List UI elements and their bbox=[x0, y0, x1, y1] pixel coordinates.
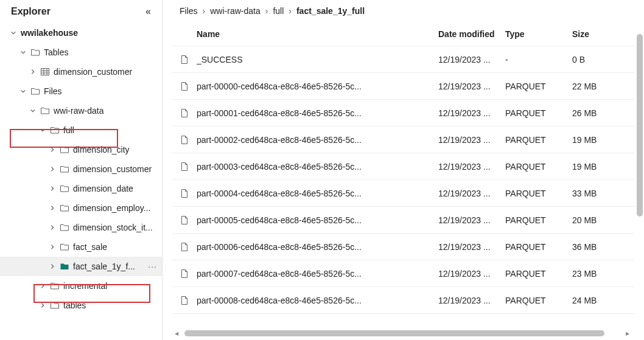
breadcrumb-item[interactable]: Files bbox=[180, 6, 198, 16]
table-row[interactable]: part-00001-ced648ca-e8c8-46e5-8526-5c...… bbox=[172, 100, 634, 127]
main-pane: Files › wwi-raw-data › full › fact_sale_… bbox=[163, 0, 644, 340]
file-date: 12/19/2023 ... bbox=[438, 108, 505, 118]
file-date: 12/19/2023 ... bbox=[438, 242, 505, 252]
tree-node-tables[interactable]: Tables bbox=[0, 43, 162, 62]
chevron-down-icon[interactable] bbox=[19, 88, 27, 95]
tree-node-dimension-employ[interactable]: dimension_employ... bbox=[0, 198, 162, 218]
folder-icon bbox=[30, 86, 40, 96]
chevron-right-icon[interactable] bbox=[49, 185, 56, 192]
file-table: Name Date modified Type Size _SUCCESS12/… bbox=[163, 22, 644, 340]
tree-label: full bbox=[63, 125, 162, 135]
chevron-down-icon[interactable] bbox=[39, 127, 46, 134]
tree-label: dimension_customer bbox=[73, 164, 162, 174]
chevron-right-icon[interactable] bbox=[49, 224, 56, 231]
column-header-size[interactable]: Size bbox=[572, 29, 627, 39]
breadcrumb: Files › wwi-raw-data › full › fact_sale_… bbox=[163, 0, 644, 22]
file-date: 12/19/2023 ... bbox=[438, 296, 505, 305]
column-header-type[interactable]: Type bbox=[505, 29, 572, 39]
table-row[interactable]: part-00000-ced648ca-e8c8-46e5-8526-5c...… bbox=[172, 73, 634, 100]
tree-label: dimension_stock_it... bbox=[73, 223, 162, 232]
scroll-left-icon[interactable]: ◀ bbox=[172, 329, 181, 338]
folder-teal-icon bbox=[60, 262, 69, 271]
table-row[interactable]: part-00002-ced648ca-e8c8-46e5-8526-5c...… bbox=[172, 127, 634, 153]
file-name: part-00000-ced648ca-e8c8-46e5-8526-5c... bbox=[197, 82, 438, 91]
file-icon bbox=[180, 108, 197, 118]
chevron-right-icon: › bbox=[203, 6, 206, 16]
tree-label: dimension_city bbox=[73, 145, 162, 154]
tree-node-dimension-customer[interactable]: dimension_customer bbox=[0, 159, 162, 179]
chevron-down-icon[interactable] bbox=[29, 107, 37, 114]
table-row[interactable]: part-00004-ced648ca-e8c8-46e5-8526-5c...… bbox=[172, 180, 634, 207]
chevron-down-icon[interactable] bbox=[10, 29, 17, 36]
file-date: 12/19/2023 ... bbox=[438, 189, 505, 198]
file-size: 26 MB bbox=[572, 108, 627, 118]
folder-icon bbox=[50, 281, 60, 291]
table-row[interactable]: part-00007-ced648ca-e8c8-46e5-8526-5c...… bbox=[172, 260, 634, 287]
scrollbar-thumb[interactable] bbox=[637, 34, 643, 217]
breadcrumb-item[interactable]: full bbox=[273, 6, 284, 16]
collapse-sidebar-icon[interactable]: « bbox=[145, 6, 151, 17]
table-row[interactable]: part-00006-ced648ca-e8c8-46e5-8526-5c...… bbox=[172, 234, 634, 260]
table-row[interactable]: part-00003-ced648ca-e8c8-46e5-8526-5c...… bbox=[172, 153, 634, 180]
tree-node-fact-sale[interactable]: fact_sale bbox=[0, 237, 162, 257]
table-row[interactable]: _SUCCESS12/19/2023 ...-0 B bbox=[172, 46, 634, 73]
file-type: PARQUET bbox=[505, 108, 572, 118]
file-name: _SUCCESS bbox=[197, 55, 438, 64]
scrollbar-thumb[interactable] bbox=[184, 330, 604, 336]
chevron-down-icon[interactable] bbox=[19, 49, 27, 56]
tree-label: Tables bbox=[44, 47, 162, 57]
tree-node-dimension-date[interactable]: dimension_date bbox=[0, 179, 162, 198]
vertical-scrollbar[interactable] bbox=[635, 34, 644, 328]
chevron-right-icon[interactable] bbox=[49, 165, 56, 173]
file-icon bbox=[180, 162, 197, 172]
chevron-right-icon[interactable] bbox=[49, 204, 56, 212]
column-header-name[interactable]: Name bbox=[197, 29, 438, 39]
file-icon bbox=[180, 82, 197, 91]
chevron-right-icon: › bbox=[289, 6, 292, 16]
file-icon bbox=[180, 269, 197, 279]
file-name: part-00004-ced648ca-e8c8-46e5-8526-5c... bbox=[197, 189, 438, 198]
file-type: PARQUET bbox=[505, 82, 572, 91]
file-name: part-00005-ced648ca-e8c8-46e5-8526-5c... bbox=[197, 215, 438, 225]
file-size: 23 MB bbox=[572, 269, 627, 279]
chevron-right-icon[interactable] bbox=[49, 263, 56, 270]
tree-node-dimension-customer-table[interactable]: dimension_customer bbox=[0, 62, 162, 82]
table-row[interactable]: part-00005-ced648ca-e8c8-46e5-8526-5c...… bbox=[172, 207, 634, 234]
folder-icon bbox=[60, 203, 69, 213]
folder-icon bbox=[60, 184, 69, 193]
file-type: - bbox=[505, 55, 572, 64]
chevron-right-icon[interactable] bbox=[39, 282, 46, 290]
chevron-right-icon[interactable] bbox=[49, 146, 56, 153]
tree-label: dimension_customer bbox=[54, 67, 162, 77]
file-icon bbox=[180, 135, 197, 145]
chevron-right-icon[interactable] bbox=[39, 302, 46, 309]
chevron-right-icon[interactable] bbox=[29, 68, 37, 75]
folder-icon bbox=[50, 125, 60, 135]
tree-node-wwi-raw-data[interactable]: wwi-raw-data bbox=[0, 101, 162, 120]
tree-node-incremental[interactable]: incremental bbox=[0, 276, 162, 296]
table-icon bbox=[40, 67, 50, 77]
file-size: 20 MB bbox=[572, 215, 627, 225]
column-header-date[interactable]: Date modified bbox=[438, 29, 505, 39]
table-row[interactable]: part-00008-ced648ca-e8c8-46e5-8526-5c...… bbox=[172, 287, 634, 314]
tree-node-dimension-stock-it[interactable]: dimension_stock_it... bbox=[0, 218, 162, 237]
horizontal-scrollbar[interactable]: ◀ ▶ bbox=[172, 329, 632, 338]
breadcrumb-item[interactable]: wwi-raw-data bbox=[210, 6, 260, 16]
tree-node-tables-folder[interactable]: tables bbox=[0, 296, 162, 315]
file-date: 12/19/2023 ... bbox=[438, 162, 505, 172]
folder-icon bbox=[60, 223, 69, 232]
chevron-right-icon[interactable] bbox=[49, 243, 56, 251]
file-type: PARQUET bbox=[505, 296, 572, 305]
file-date: 12/19/2023 ... bbox=[438, 135, 505, 145]
tree-node-files[interactable]: Files bbox=[0, 82, 162, 101]
folder-icon bbox=[60, 164, 69, 174]
scroll-right-icon[interactable]: ▶ bbox=[623, 329, 632, 338]
tree-node-root[interactable]: wwilakehouse bbox=[0, 23, 162, 43]
tree-node-full[interactable]: full bbox=[0, 120, 162, 140]
tree-node-dimension-city[interactable]: dimension_city bbox=[0, 140, 162, 159]
chevron-right-icon: › bbox=[265, 6, 268, 16]
more-options-icon[interactable]: ··· bbox=[148, 262, 157, 271]
table-header-row: Name Date modified Type Size bbox=[172, 22, 634, 46]
tree-node-fact-sale-1y-full[interactable]: fact_sale_1y_f... ··· bbox=[0, 257, 162, 276]
file-type: PARQUET bbox=[505, 215, 572, 225]
